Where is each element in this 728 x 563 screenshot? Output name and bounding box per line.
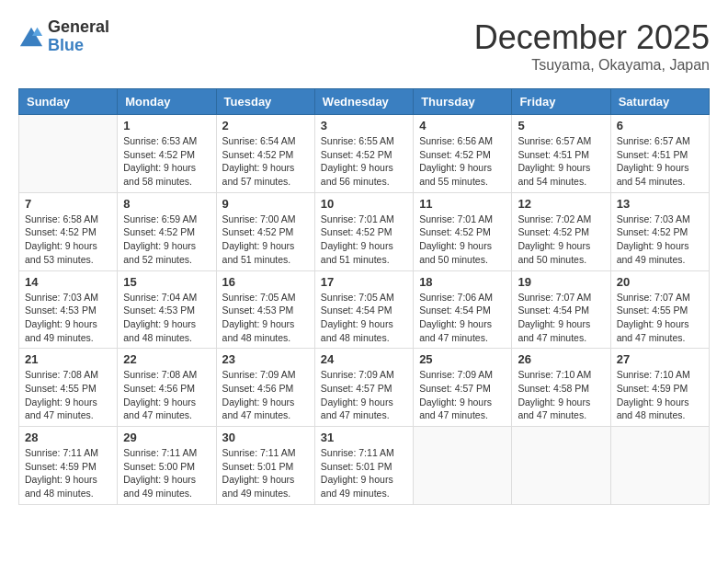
calendar-cell: 12Sunrise: 7:02 AMSunset: 4:52 PMDayligh… [512,192,610,270]
day-number: 14 [25,275,111,289]
day-info: Sunrise: 7:00 AMSunset: 4:52 PMDaylight:… [222,213,309,267]
day-info: Sunrise: 6:54 AMSunset: 4:52 PMDaylight:… [222,134,309,189]
day-info: Sunrise: 7:07 AMSunset: 4:55 PMDaylight:… [617,291,703,345]
day-info: Sunrise: 7:03 AMSunset: 4:53 PMDaylight:… [25,291,111,345]
day-info: Sunrise: 7:05 AMSunset: 4:54 PMDaylight:… [321,291,407,345]
calendar-cell: 31Sunrise: 7:11 AMSunset: 5:01 PMDayligh… [314,427,413,505]
day-info: Sunrise: 7:08 AMSunset: 4:56 PMDaylight:… [123,368,210,422]
day-info: Sunrise: 7:09 AMSunset: 4:57 PMDaylight:… [321,368,407,422]
calendar-cell: 29Sunrise: 7:11 AMSunset: 5:00 PMDayligh… [118,427,216,505]
svg-marker-0 [20,28,42,47]
day-number: 11 [419,197,506,211]
day-number: 27 [617,352,703,366]
calendar-week-row: 21Sunrise: 7:08 AMSunset: 4:55 PMDayligh… [19,349,710,427]
calendar-cell: 16Sunrise: 7:05 AMSunset: 4:53 PMDayligh… [216,270,314,349]
logo-general-text: General [48,18,109,37]
calendar-cell [19,115,118,193]
calendar-cell: 17Sunrise: 7:05 AMSunset: 4:54 PMDayligh… [314,270,413,349]
day-info: Sunrise: 7:11 AMSunset: 5:01 PMDaylight:… [321,446,407,500]
day-info: Sunrise: 6:55 AMSunset: 4:52 PMDaylight:… [321,134,407,189]
calendar-cell: 23Sunrise: 7:09 AMSunset: 4:56 PMDayligh… [216,349,314,427]
calendar-cell: 4Sunrise: 6:56 AMSunset: 4:52 PMDaylight… [414,115,512,193]
day-number: 28 [25,431,111,444]
day-number: 6 [617,119,703,132]
day-info: Sunrise: 6:57 AMSunset: 4:51 PMDaylight:… [617,134,703,189]
day-number: 26 [518,352,604,366]
calendar-week-row: 14Sunrise: 7:03 AMSunset: 4:53 PMDayligh… [19,270,710,349]
logo-text: General Blue [48,18,109,55]
month-title: December 2025 [474,18,710,57]
day-info: Sunrise: 7:09 AMSunset: 4:57 PMDaylight:… [419,368,506,422]
day-number: 29 [123,431,210,444]
logo: General Blue [18,18,109,55]
day-info: Sunrise: 6:53 AMSunset: 4:52 PMDaylight:… [123,134,210,189]
day-number: 21 [25,352,111,366]
calendar-cell: 21Sunrise: 7:08 AMSunset: 4:55 PMDayligh… [19,349,118,427]
calendar-cell: 10Sunrise: 7:01 AMSunset: 4:52 PMDayligh… [314,192,413,270]
day-number: 24 [321,352,407,366]
calendar-cell: 30Sunrise: 7:11 AMSunset: 5:01 PMDayligh… [216,427,314,505]
calendar-cell: 27Sunrise: 7:10 AMSunset: 4:59 PMDayligh… [610,349,709,427]
day-number: 16 [222,275,309,289]
day-info: Sunrise: 7:03 AMSunset: 4:52 PMDaylight:… [617,213,703,267]
calendar-week-row: 7Sunrise: 6:58 AMSunset: 4:52 PMDaylight… [19,192,710,270]
day-info: Sunrise: 6:59 AMSunset: 4:52 PMDaylight:… [123,213,210,267]
day-number: 19 [518,275,604,289]
day-number: 12 [518,197,604,211]
calendar-cell: 6Sunrise: 6:57 AMSunset: 4:51 PMDaylight… [610,115,709,193]
day-number: 30 [222,431,309,444]
day-info: Sunrise: 7:05 AMSunset: 4:53 PMDaylight:… [222,291,309,345]
calendar-cell: 28Sunrise: 7:11 AMSunset: 4:59 PMDayligh… [19,427,118,505]
day-info: Sunrise: 7:01 AMSunset: 4:52 PMDaylight:… [419,213,506,267]
header-monday: Monday [118,89,216,115]
day-number: 7 [25,197,111,211]
header-friday: Friday [512,89,610,115]
logo-icon [18,24,44,50]
day-number: 5 [518,119,604,132]
calendar-cell: 8Sunrise: 6:59 AMSunset: 4:52 PMDaylight… [118,192,216,270]
calendar-cell: 14Sunrise: 7:03 AMSunset: 4:53 PMDayligh… [19,270,118,349]
day-info: Sunrise: 7:04 AMSunset: 4:53 PMDaylight:… [123,291,210,345]
calendar-cell: 24Sunrise: 7:09 AMSunset: 4:57 PMDayligh… [314,349,413,427]
calendar-cell: 9Sunrise: 7:00 AMSunset: 4:52 PMDaylight… [216,192,314,270]
day-number: 22 [123,352,210,366]
day-info: Sunrise: 7:02 AMSunset: 4:52 PMDaylight:… [518,213,604,267]
calendar-cell: 19Sunrise: 7:07 AMSunset: 4:54 PMDayligh… [512,270,610,349]
day-number: 9 [222,197,309,211]
calendar-cell: 22Sunrise: 7:08 AMSunset: 4:56 PMDayligh… [118,349,216,427]
day-number: 25 [419,352,506,366]
day-info: Sunrise: 7:10 AMSunset: 4:59 PMDaylight:… [617,368,703,422]
day-number: 3 [321,119,407,132]
header-sunday: Sunday [19,89,118,115]
location: Tsuyama, Okayama, Japan [474,57,710,74]
title-area: December 2025 Tsuyama, Okayama, Japan [474,18,710,74]
calendar-cell [414,427,512,505]
header-wednesday: Wednesday [314,89,413,115]
day-info: Sunrise: 7:08 AMSunset: 4:55 PMDaylight:… [25,368,111,422]
page-header: General Blue December 2025 Tsuyama, Okay… [18,18,710,74]
day-info: Sunrise: 7:10 AMSunset: 4:58 PMDaylight:… [518,368,604,422]
day-number: 4 [419,119,506,132]
day-info: Sunrise: 7:06 AMSunset: 4:54 PMDaylight:… [419,291,506,345]
calendar-cell [610,427,709,505]
calendar-cell [512,427,610,505]
calendar-cell: 3Sunrise: 6:55 AMSunset: 4:52 PMDaylight… [314,115,413,193]
calendar-week-row: 1Sunrise: 6:53 AMSunset: 4:52 PMDaylight… [19,115,710,193]
calendar-week-row: 28Sunrise: 7:11 AMSunset: 4:59 PMDayligh… [19,427,710,505]
calendar-header-row: SundayMondayTuesdayWednesdayThursdayFrid… [19,89,710,115]
day-number: 31 [321,431,407,444]
day-info: Sunrise: 6:56 AMSunset: 4:52 PMDaylight:… [419,134,506,189]
day-number: 8 [123,197,210,211]
calendar-cell: 11Sunrise: 7:01 AMSunset: 4:52 PMDayligh… [414,192,512,270]
day-info: Sunrise: 7:01 AMSunset: 4:52 PMDaylight:… [321,213,407,267]
header-thursday: Thursday [414,89,512,115]
day-number: 1 [123,119,210,132]
calendar-table: SundayMondayTuesdayWednesdayThursdayFrid… [18,88,710,505]
header-tuesday: Tuesday [216,89,314,115]
day-info: Sunrise: 7:11 AMSunset: 5:01 PMDaylight:… [222,446,309,500]
day-number: 15 [123,275,210,289]
day-info: Sunrise: 7:11 AMSunset: 4:59 PMDaylight:… [25,446,111,500]
calendar-cell: 7Sunrise: 6:58 AMSunset: 4:52 PMDaylight… [19,192,118,270]
day-number: 23 [222,352,309,366]
calendar-cell: 13Sunrise: 7:03 AMSunset: 4:52 PMDayligh… [610,192,709,270]
